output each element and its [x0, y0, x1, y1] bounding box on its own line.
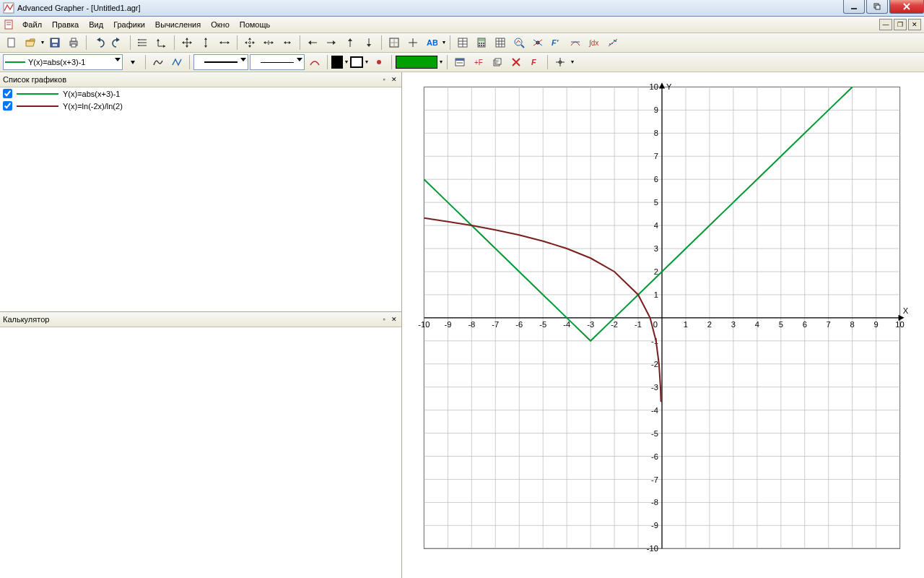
axis-button[interactable]: [404, 34, 422, 51]
svg-text:2: 2: [707, 320, 712, 329]
panel-close-button[interactable]: ✕: [390, 75, 398, 84]
svg-text:8: 8: [850, 320, 855, 329]
move-left-button[interactable]: [304, 34, 321, 51]
svg-text:10: 10: [895, 320, 904, 329]
point-style-button[interactable]: [370, 53, 388, 71]
svg-text:-1: -1: [635, 320, 642, 329]
svg-point-22: [138, 39, 139, 40]
table-button[interactable]: [454, 34, 471, 51]
menu-view[interactable]: Вид: [84, 19, 108, 30]
move-tool[interactable]: [178, 34, 196, 51]
zoom-tool[interactable]: [241, 34, 258, 51]
mdi-minimize-button[interactable]: —: [879, 19, 892, 30]
line-color-button[interactable]: [306, 53, 323, 71]
formula-options-button[interactable]: [124, 53, 141, 71]
graph-list: Y(x)=abs(x+3)-1 Y(x)=ln(-2x)/ln(2): [0, 87, 401, 312]
svg-marker-10: [41, 41, 44, 44]
formula-selector[interactable]: Y(x)=abs(x+3)-1: [3, 54, 123, 70]
grid-button[interactable]: [385, 34, 403, 51]
axes-button[interactable]: [153, 34, 170, 51]
tangent-button[interactable]: [567, 34, 584, 51]
svg-marker-52: [284, 41, 286, 44]
derivative-button[interactable]: F': [548, 34, 565, 51]
svg-rect-3: [876, 5, 880, 9]
panel-float-button[interactable]: ▫: [380, 75, 388, 84]
move-horizontal-tool[interactable]: [216, 34, 233, 51]
graph-visibility-checkbox[interactable]: [3, 101, 12, 111]
list-button[interactable]: [134, 34, 152, 51]
open-button[interactable]: [22, 34, 39, 51]
svg-point-77: [481, 43, 482, 44]
calculator-header: Калькулятор ▫✕: [0, 312, 401, 327]
move-up-button[interactable]: [341, 34, 359, 51]
svg-text:-3: -3: [651, 383, 658, 392]
svg-rect-104: [456, 59, 464, 61]
spreadsheet-button[interactable]: [492, 34, 509, 51]
graph-properties-button[interactable]: [451, 53, 468, 71]
label-button[interactable]: AB: [423, 34, 440, 51]
menu-calc[interactable]: Вычисления: [150, 19, 206, 30]
regression-button[interactable]: [604, 34, 622, 51]
graph-list-item[interactable]: Y(x)=abs(x+3)-1: [0, 87, 401, 100]
mdi-close-button[interactable]: ✕: [908, 19, 921, 30]
line-width-selector[interactable]: [193, 54, 248, 70]
graph-list-item[interactable]: Y(x)=ln(-2x)/ln(2): [0, 100, 401, 112]
toolbar-style: Y(x)=abs(x+3)-1 +F F F: [0, 53, 924, 72]
integral-button[interactable]: ∫dx: [585, 34, 603, 51]
calculator-button[interactable]: [473, 34, 490, 51]
sharp-style-button[interactable]: [168, 53, 186, 71]
move-vertical-tool[interactable]: [197, 34, 214, 51]
menu-edit[interactable]: Правка: [47, 19, 84, 30]
svg-text:7: 7: [827, 320, 831, 329]
point-border-color[interactable]: [350, 56, 363, 68]
line-style-selector[interactable]: [250, 54, 305, 70]
zoom-out-button[interactable]: [279, 34, 296, 51]
crosshair-tool[interactable]: [552, 53, 569, 71]
move-down-button[interactable]: [360, 34, 378, 51]
save-button[interactable]: [46, 34, 64, 51]
titlebar: Advanced Grapher - [Untitled1.agr]: [0, 0, 924, 17]
panel-close-button[interactable]: ✕: [390, 315, 398, 324]
minimize-button[interactable]: [843, 0, 865, 14]
point-fill-color[interactable]: [331, 56, 343, 69]
move-right-button[interactable]: [323, 34, 340, 51]
trace-button[interactable]: [510, 34, 528, 51]
function-button[interactable]: F: [526, 53, 544, 71]
svg-marker-28: [157, 39, 160, 41]
svg-text:8: 8: [654, 129, 658, 137]
undo-button[interactable]: [90, 34, 108, 51]
svg-marker-99: [345, 61, 348, 64]
menu-file[interactable]: Файл: [17, 19, 47, 30]
svg-text:9: 9: [654, 105, 658, 114]
svg-point-23: [138, 42, 139, 43]
svg-marker-69: [443, 41, 445, 44]
zoom-in-button[interactable]: [260, 34, 277, 51]
svg-text:-6: -6: [651, 452, 658, 461]
plot-area[interactable]: -10-9-8-7-6-5-4-3-2-112345678910-10-9-8-…: [402, 72, 924, 578]
menu-graphs[interactable]: Графики: [108, 19, 150, 30]
maximize-button[interactable]: [866, 0, 888, 14]
curve-style-button[interactable]: [149, 53, 167, 71]
redo-button[interactable]: [109, 34, 126, 51]
area-fill-color[interactable]: [396, 56, 437, 69]
add-graph-button[interactable]: +F: [470, 53, 487, 71]
mdi-restore-button[interactable]: ❐: [894, 19, 907, 30]
toolbar-main: AB F' ∫dx: [0, 33, 924, 53]
graph-visibility-checkbox[interactable]: [3, 89, 12, 98]
menu-help[interactable]: Помощь: [235, 19, 276, 30]
svg-text:F: F: [531, 58, 536, 66]
duplicate-graph-button[interactable]: F: [489, 53, 506, 71]
graph-label: Y(x)=ln(-2x)/ln(2): [63, 102, 123, 111]
new-button[interactable]: [3, 34, 20, 51]
svg-text:0: 0: [653, 320, 658, 329]
svg-rect-82: [496, 38, 505, 47]
delete-graph-button[interactable]: [507, 53, 525, 71]
svg-text:-5: -5: [651, 429, 658, 438]
menu-window[interactable]: Окно: [206, 19, 235, 30]
print-button[interactable]: [65, 34, 82, 51]
svg-point-87: [515, 38, 522, 46]
intersect-button[interactable]: [529, 34, 546, 51]
panel-float-button[interactable]: ▫: [380, 315, 388, 324]
svg-text:F': F': [552, 38, 559, 47]
close-button[interactable]: [889, 0, 924, 14]
